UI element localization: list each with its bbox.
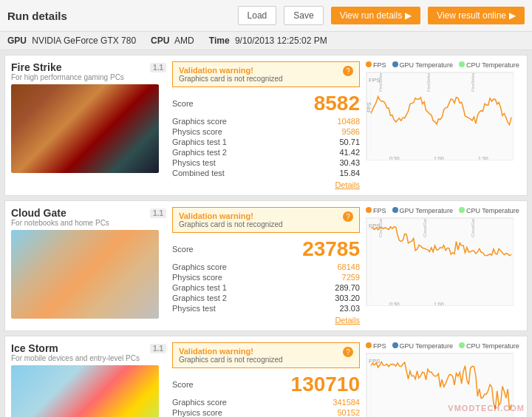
validation-help-icon[interactable]: ? xyxy=(343,347,353,357)
main-score-row: Score 8582 xyxy=(172,92,360,115)
row-value: 23.03 xyxy=(339,304,360,313)
details-button[interactable]: Details xyxy=(172,316,360,325)
benchmark-cloud-gate: Cloud Gate 1.1 For notebooks and home PC… xyxy=(4,200,528,331)
chart-legend: FPS GPU Temperature CPU Temperature xyxy=(366,342,521,350)
validation-text: Graphics card is not recognized xyxy=(179,220,283,228)
row-value: 289.70 xyxy=(335,283,360,292)
gpu-value: NVIDIA GeForce GTX 780 xyxy=(32,35,136,46)
row-label: Combined test xyxy=(172,169,225,177)
svg-text:1:00: 1:00 xyxy=(434,156,444,160)
load-button[interactable]: Load xyxy=(238,6,277,25)
main-score-row: Score 130710 xyxy=(172,373,360,396)
score-row: Combined test 15.84 xyxy=(172,169,360,177)
score-row: Graphics score 10488 xyxy=(172,117,360,126)
row-value: 50152 xyxy=(337,408,360,417)
score-row: Graphics score 341584 xyxy=(172,398,360,407)
row-label: Graphics test 2 xyxy=(172,148,227,157)
validation-text: Graphics card is not recognized xyxy=(179,75,283,83)
validation-title: Validation warning! xyxy=(179,66,283,75)
chart-legend: FPS GPU Temperature CPU Temperature xyxy=(366,207,521,214)
chart-area: FPS 0:30 1:00 CloudGate1 CloudGate2 Clou… xyxy=(366,217,514,306)
bench-center: Validation warning! Graphics card is not… xyxy=(172,342,360,417)
chart-legend: FPS GPU Temperature CPU Temperature xyxy=(366,61,521,69)
run-details-header: Run details Load Save View run details ▶… xyxy=(0,0,532,32)
bench-subtitle: For mobile devices and entry-level PCs xyxy=(11,354,166,362)
bench-version: 1.1 xyxy=(150,344,166,353)
row-label: Graphics score xyxy=(172,117,227,126)
svg-text:FPS: FPS xyxy=(366,102,372,112)
row-value: 303.20 xyxy=(335,294,360,302)
page-title: Run details xyxy=(7,10,231,22)
svg-text:0:30: 0:30 xyxy=(389,302,400,306)
view-result-online-button[interactable]: View result online ▶ xyxy=(428,7,525,24)
row-label: Graphics test 1 xyxy=(172,138,227,146)
score-row: Graphics test 2 41.42 xyxy=(172,148,360,157)
bench-title: Ice Storm 1.1 xyxy=(11,342,166,354)
row-value: 10488 xyxy=(337,117,360,126)
bench-right: FPS GPU Temperature CPU Temperature FPS … xyxy=(366,61,521,189)
score-row: Physics score 50152 xyxy=(172,408,360,417)
svg-text:FireStrikePhysics: FireStrikePhysics xyxy=(426,72,431,92)
score-row: Graphics test 1 289.70 xyxy=(172,283,360,292)
svg-text:0:30: 0:30 xyxy=(389,156,400,160)
svg-text:FPS: FPS xyxy=(369,358,381,365)
view-run-details-button[interactable]: View run details ▶ xyxy=(331,7,421,24)
bench-title: Cloud Gate 1.1 xyxy=(11,207,166,219)
row-value: 15.84 xyxy=(339,169,360,177)
bench-version: 1.1 xyxy=(150,208,166,218)
score-label: Score xyxy=(172,380,194,389)
validation-warning: Validation warning! Graphics card is not… xyxy=(172,61,360,87)
validation-text: Graphics card is not recognized xyxy=(179,356,283,364)
svg-text:FireStrikeCombined: FireStrikeCombined xyxy=(471,72,475,92)
validation-title: Validation warning! xyxy=(179,347,283,356)
time-label: Time 9/10/2013 12:25:02 PM xyxy=(209,35,327,46)
score-value: 130710 xyxy=(291,373,360,396)
bench-image xyxy=(11,230,159,319)
svg-text:1:00: 1:00 xyxy=(434,302,444,306)
chart-area: FPS 0:30 1:00 1:30 FPS FireStrike FireSt… xyxy=(366,72,514,160)
save-button[interactable]: Save xyxy=(284,6,323,25)
main-score-row: Score 23785 xyxy=(172,237,360,261)
row-label: Physics test xyxy=(172,304,216,313)
row-label: Physics test xyxy=(172,158,216,167)
score-row: Graphics test 2 303.20 xyxy=(172,294,360,302)
validation-warning: Validation warning! Graphics card is not… xyxy=(172,342,360,368)
row-label: Physics score xyxy=(172,408,222,417)
score-value: 8582 xyxy=(314,92,360,115)
bench-image xyxy=(11,365,159,417)
details-button[interactable]: Details xyxy=(172,180,360,189)
svg-text:CloudGate2: CloudGate2 xyxy=(423,218,427,237)
score-value: 23785 xyxy=(302,237,360,261)
row-value: 30.43 xyxy=(339,158,360,167)
benchmark-fire-strike: Fire Strike 1.1 For high performance gam… xyxy=(4,55,528,196)
bench-center: Validation warning! Graphics card is not… xyxy=(172,61,360,189)
row-label: Graphics score xyxy=(172,398,227,407)
row-label: Graphics test 2 xyxy=(172,294,227,302)
bench-subtitle: For high performance gaming PCs xyxy=(11,73,166,81)
bench-center: Validation warning! Graphics card is not… xyxy=(172,207,360,325)
row-value: 50.71 xyxy=(339,138,360,146)
row-label: Physics score xyxy=(172,273,222,282)
row-value: 41.42 xyxy=(339,148,360,157)
score-row: Physics score 7259 xyxy=(172,273,360,282)
validation-help-icon[interactable]: ? xyxy=(343,66,353,76)
info-bar: GPU NVIDIA GeForce GTX 780 CPU AMD Time … xyxy=(0,32,532,50)
score-row: Graphics score 68148 xyxy=(172,262,360,271)
score-label: Score xyxy=(172,99,194,108)
bench-left: Ice Storm 1.1 For mobile devices and ent… xyxy=(11,342,166,417)
benchmarks-container: Fire Strike 1.1 For high performance gam… xyxy=(0,55,532,417)
svg-text:CloudGate1: CloudGate1 xyxy=(378,218,383,237)
validation-help-icon[interactable]: ? xyxy=(343,211,353,222)
svg-text:FireStrike: FireStrike xyxy=(378,72,383,92)
row-label: Physics score xyxy=(172,127,222,136)
row-label: Graphics test 1 xyxy=(172,283,227,292)
bench-title: Fire Strike 1.1 xyxy=(11,61,166,73)
score-row: Physics test 30.43 xyxy=(172,158,360,167)
score-row: Graphics test 1 50.71 xyxy=(172,138,360,146)
svg-text:CloudGatePhysics: CloudGatePhysics xyxy=(471,218,475,237)
score-row: Physics score 9586 xyxy=(172,127,360,136)
svg-text:1:30: 1:30 xyxy=(478,156,488,160)
row-value: 341584 xyxy=(332,398,360,407)
row-value: 68148 xyxy=(337,262,360,271)
watermark: VMODTECH.COM xyxy=(448,404,525,413)
